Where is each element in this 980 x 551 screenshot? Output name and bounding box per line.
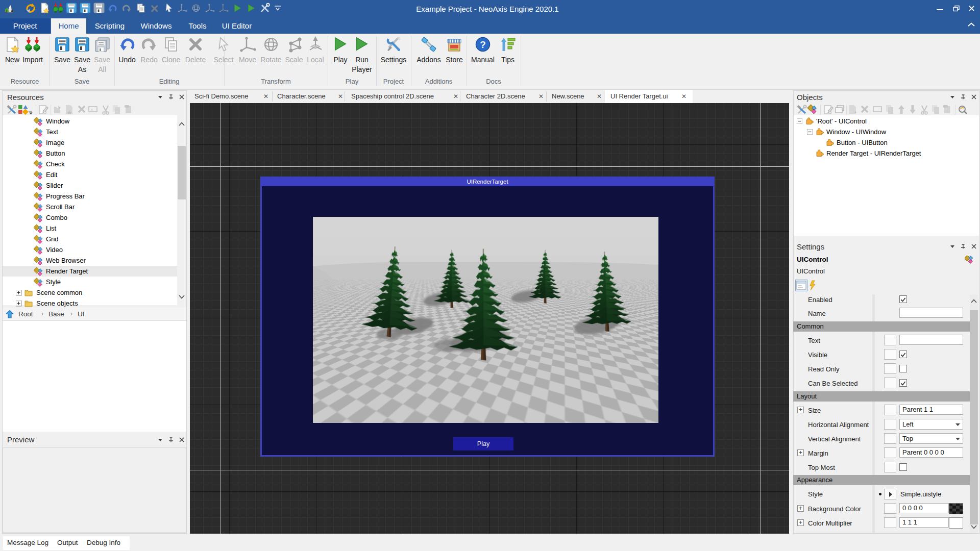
- svg-text:?: ?: [480, 39, 486, 50]
- svg-text:x: x: [91, 107, 93, 112]
